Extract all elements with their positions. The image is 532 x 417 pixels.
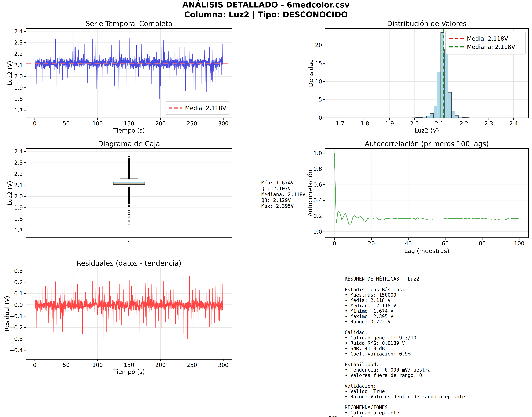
svg-text:200: 200: [155, 362, 166, 368]
metrics-line: [345, 324, 465, 330]
hist-bar: [430, 113, 434, 118]
svg-text:60: 60: [442, 240, 449, 247]
hist-bar: [426, 116, 430, 118]
legend-row-media: Media: 2.118V: [449, 35, 522, 42]
svg-text:250: 250: [187, 120, 197, 127]
svg-text:0.2: 0.2: [313, 213, 322, 219]
svg-text:0.4: 0.4: [313, 197, 322, 204]
svg-text:80: 80: [479, 240, 486, 247]
histogram-legend: Media: 2.118V Mediana: 2.118V: [445, 31, 526, 54]
hist-median-dash-sample: [449, 46, 464, 48]
svg-text:40: 40: [405, 240, 412, 247]
svg-text:2.2: 2.2: [460, 120, 468, 127]
metrics-line: [345, 356, 465, 362]
svg-text:1.8: 1.8: [361, 120, 369, 127]
hist-mean-dash-sample: [449, 38, 464, 39]
svg-text:−0.1: −0.1: [10, 313, 23, 319]
timeseries-xlabel: Tiempo (s): [26, 127, 232, 134]
metrics-line: [345, 378, 465, 383]
svg-text:2.3: 2.3: [14, 39, 23, 46]
metrics-line: • Tendencia: -0.000 mV/muestra: [345, 367, 465, 373]
svg-text:50: 50: [63, 120, 70, 127]
svg-text:−0.4: −0.4: [10, 347, 23, 354]
autocorr-chart: 0204060801000.00.20.40.60.81.0: [313, 148, 528, 247]
metrics-line: RECOMENDACIONES:: [345, 405, 465, 410]
metrics-line: • Ruido RMS: 0.0189 V: [345, 341, 465, 346]
svg-text:1.7: 1.7: [336, 120, 344, 127]
svg-text:2.3: 2.3: [14, 159, 23, 166]
svg-text:300: 300: [218, 362, 229, 368]
legend-row-mediana: Mediana: 2.118V: [449, 43, 522, 50]
svg-text:1: 1: [127, 240, 131, 247]
stat-q3: Q3: 2.129V: [261, 197, 305, 203]
stat-max: Máx: 2.395V: [261, 203, 305, 209]
metrics-line: • Mediana: 2.118 V: [345, 303, 465, 308]
svg-text:100: 100: [92, 120, 103, 127]
svg-text:2.3: 2.3: [484, 120, 493, 127]
svg-text:0.0: 0.0: [313, 229, 322, 235]
svg-text:300: 300: [218, 120, 229, 127]
hist-bar: [434, 106, 437, 118]
legend-mean-label: Media: 2.118V: [185, 105, 226, 111]
svg-text:1.0: 1.0: [313, 150, 322, 156]
svg-text:0.0: 0.0: [14, 302, 23, 308]
svg-text:200: 200: [155, 120, 166, 127]
svg-text:2.4: 2.4: [14, 28, 23, 35]
svg-text:15: 15: [315, 60, 322, 66]
legend-row-mean: Media: 2.118V: [169, 105, 226, 111]
svg-text:0.3: 0.3: [14, 268, 23, 274]
boxplot-ylabel: Luz2 (V): [6, 157, 13, 229]
svg-text:2.0: 2.0: [410, 120, 419, 127]
svg-text:0.1: 0.1: [14, 290, 23, 297]
svg-text:0: 0: [33, 120, 36, 127]
svg-text:−0.2: −0.2: [10, 324, 23, 331]
svg-text:150: 150: [124, 120, 134, 127]
svg-text:0: 0: [319, 115, 322, 121]
svg-text:−0.3: −0.3: [10, 336, 23, 342]
timeseries-ylabel: Luz2 (V): [6, 37, 13, 109]
hist-legend-mean-label: Media: 2.118V: [467, 35, 508, 42]
svg-text:2.4: 2.4: [14, 148, 23, 155]
metrics-lines: RESUMEN DE MÉTRICAS - Luz2 Estadísticas …: [345, 276, 465, 416]
histogram-ylabel: Densidad: [307, 37, 314, 109]
hist-bar: [437, 72, 441, 118]
metrics-line: • Calidad aceptable: [345, 410, 465, 416]
svg-text:0: 0: [333, 240, 336, 247]
histogram-title: Distribución de Valores: [325, 20, 528, 28]
svg-text:100: 100: [514, 240, 524, 247]
residuals-chart: 050100150200250300−0.4−0.3−0.2−0.10.00.1…: [10, 268, 232, 368]
svg-text:5: 5: [319, 96, 322, 103]
residuals-ylabel: Residual (V): [3, 278, 11, 349]
metrics-line: [345, 281, 465, 287]
svg-text:2.1: 2.1: [14, 182, 23, 188]
metrics-line: RESUMEN DE MÉTRICAS - Luz2: [345, 276, 465, 281]
boxplot-stats-annotation: Mín: 1.674V Q1: 2.107V Mediana: 2.118V Q…: [261, 180, 305, 209]
svg-text:0.6: 0.6: [313, 181, 322, 188]
svg-text:2.4: 2.4: [509, 120, 518, 127]
residuals-title: Residuales (datos - tendencia): [26, 259, 232, 267]
timeseries-title: Serie Temporal Completa: [26, 20, 232, 28]
svg-text:150: 150: [124, 362, 134, 368]
svg-text:1.7: 1.7: [14, 227, 23, 233]
autocorr-ylabel: Autocorrelación: [307, 157, 314, 229]
autocorr-xlabel: Lag (muestras): [325, 248, 528, 254]
timeseries-legend: Media: 2.118V: [165, 101, 230, 115]
svg-text:10: 10: [315, 78, 322, 85]
svg-text:1.7: 1.7: [14, 107, 23, 114]
metrics-line: • Coef. variación: 0.9%: [345, 351, 465, 356]
svg-text:1.9: 1.9: [14, 204, 23, 211]
boxplot-title: Diagrama de Caja: [26, 140, 232, 148]
stat-median: Mediana: 2.118V: [261, 192, 305, 197]
svg-text:2.1: 2.1: [14, 62, 23, 68]
svg-text:0.2: 0.2: [14, 279, 23, 285]
svg-text:2.2: 2.2: [14, 51, 23, 57]
hist-bar: [455, 116, 458, 118]
metrics-line: Validación:: [345, 383, 465, 389]
metrics-line: • Muestras: 150000: [345, 292, 465, 298]
stat-min: Mín: 1.674V: [261, 180, 305, 186]
metrics-line: • Calidad general: 9.3/10: [345, 335, 465, 341]
svg-text:20: 20: [315, 42, 322, 48]
svg-text:2.2: 2.2: [14, 171, 23, 177]
metrics-line: Estadísticas Básicas:: [345, 287, 465, 292]
metrics-summary: RESUMEN DE MÉTRICAS - Luz2 Estadísticas …: [345, 276, 465, 417]
